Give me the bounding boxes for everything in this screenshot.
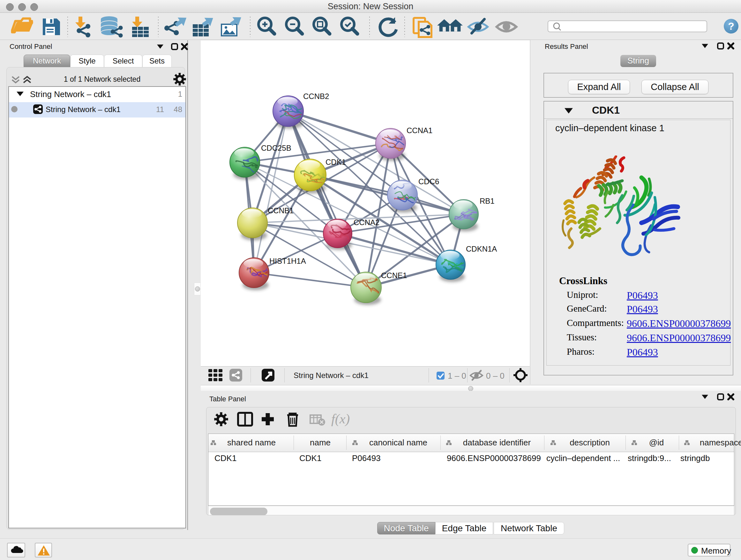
- svg-text:HIST1H1A: HIST1H1A: [269, 257, 306, 265]
- svg-text:CCNA1: CCNA1: [407, 126, 432, 135]
- svg-text:CCNA2: CCNA2: [354, 218, 380, 227]
- svg-text:CDKN1A: CDKN1A: [466, 245, 497, 253]
- svg-text:CDC6: CDC6: [418, 177, 439, 186]
- svg-text:CDC25B: CDC25B: [261, 144, 291, 152]
- svg-text:CCNB2: CCNB2: [303, 92, 329, 101]
- svg-text:CCNE1: CCNE1: [381, 271, 407, 280]
- svg-text:CCNB1: CCNB1: [268, 206, 293, 215]
- svg-text:RB1: RB1: [480, 197, 495, 205]
- svg-text:CDK1: CDK1: [326, 158, 346, 166]
